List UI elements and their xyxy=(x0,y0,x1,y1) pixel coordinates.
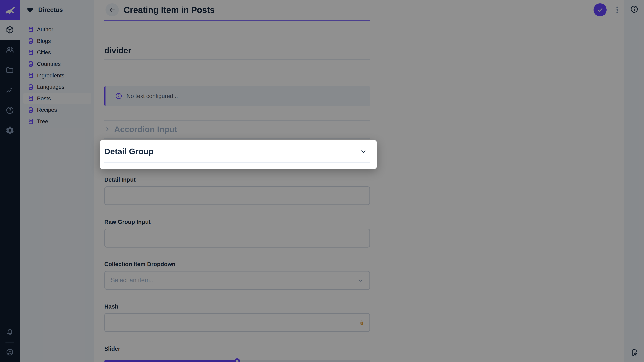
dim-overlay xyxy=(0,0,644,362)
detail-group-divider xyxy=(104,162,370,163)
app-window: Directus AuthorBlogsCitiesCountriesIngre… xyxy=(0,0,644,362)
detail-group-card: Detail Group xyxy=(100,140,377,169)
detail-group-title: Detail Group xyxy=(104,146,154,156)
detail-group-header[interactable]: Detail Group xyxy=(100,140,377,156)
chevron-down-icon xyxy=(360,148,367,155)
